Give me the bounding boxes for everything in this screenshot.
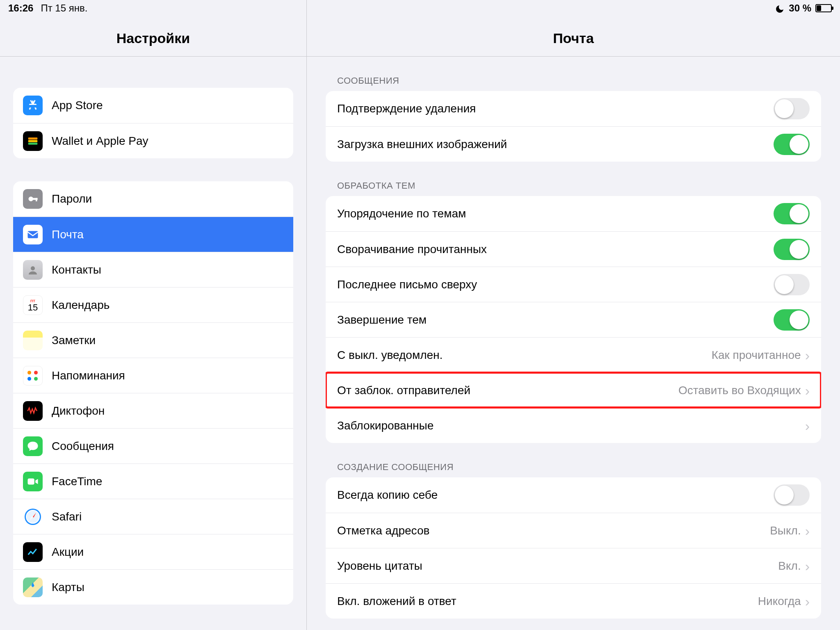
toggle-switch[interactable] [774,98,810,119]
voice-icon [23,401,43,421]
setting-row[interactable]: От заблок. отправителейОставить во Входя… [326,372,821,408]
settings-panel: Подтверждение удаленияЗагрузка внешних и… [326,91,821,162]
calendar-icon: ПТ15 [23,295,43,315]
setting-row[interactable]: Завершение тем [326,302,821,337]
sidebar-item-label: Контакты [52,263,101,276]
setting-row[interactable]: Подтверждение удаления [326,91,821,126]
chevron-right-icon: › [805,524,810,538]
sidebar-item-maps[interactable]: Карты [13,569,293,605]
setting-label: Сворачивание прочитанных [337,243,774,256]
setting-value: Выкл. [770,524,801,537]
toggle-switch[interactable] [774,309,810,331]
sidebar-item-label: App Store [52,99,103,112]
dnd-moon-icon [775,2,785,14]
svg-point-7 [31,266,35,270]
sidebar-item-stocks[interactable]: Акции [13,534,293,569]
setting-label: Отметка адресов [337,524,770,537]
settings-sidebar: Настройки App StoreWallet и Apple Pay Па… [0,0,307,630]
settings-panel: Упорядочение по темамСворачивание прочит… [326,196,821,443]
sidebar-item-reminders[interactable]: Напоминания [13,358,293,393]
maps-icon [23,578,43,597]
setting-label: От заблок. отправителей [337,384,678,397]
facetime-icon [23,472,43,491]
sidebar-item-safari[interactable]: Safari [13,499,293,534]
clock: 16:26 [8,2,33,14]
setting-row[interactable]: Последнее письмо сверху [326,267,821,302]
chevron-right-icon: › [805,383,810,397]
stocks-icon [23,542,43,562]
sidebar-item-label: Пароли [52,192,92,205]
setting-value: Как прочитанное [712,349,801,362]
setting-label: Последнее письмо сверху [337,278,774,291]
status-bar: 16:26 Пт 15 янв. 30 % [0,0,840,16]
sidebar-item-wallet[interactable]: Wallet и Apple Pay [13,123,293,158]
passwords-icon [23,189,43,209]
section-header: СООБЩЕНИЯ [337,75,821,86]
chevron-right-icon: › [805,348,810,362]
toggle-switch[interactable] [774,239,810,260]
setting-row[interactable]: Загрузка внешних изображений [326,126,821,162]
section-header: ОБРАБОТКА ТЕМ [337,180,821,191]
setting-row[interactable]: Упорядочение по темам [326,196,821,231]
svg-rect-6 [28,231,38,238]
sidebar-group-store: App StoreWallet и Apple Pay [13,88,293,158]
setting-label: Загрузка внешних изображений [337,138,774,151]
setting-value: Никогда [758,595,801,608]
setting-label: Всегда копию себе [337,488,774,502]
wallet-icon [23,131,43,151]
svg-rect-8 [28,478,34,484]
mail-icon [23,225,43,244]
sidebar-item-facetime[interactable]: FaceTime [13,463,293,499]
safari-icon [23,507,43,527]
date: Пт 15 янв. [41,2,87,14]
sidebar-item-label: Почта [52,228,84,241]
sidebar-item-contacts[interactable]: Контакты [13,252,293,287]
sidebar-item-label: Напоминания [52,369,125,382]
sidebar-item-calendar[interactable]: ПТ15Календарь [13,287,293,322]
setting-row[interactable]: Вкл. вложений в ответНикогда› [326,583,821,619]
settings-panel: Всегда копию себеОтметка адресовВыкл.›Ур… [326,477,821,619]
setting-label: Подтверждение удаления [337,102,774,115]
chevron-right-icon: › [805,419,810,433]
sidebar-item-notes[interactable]: Заметки [13,322,293,358]
toggle-switch[interactable] [774,203,810,224]
section-header: СОЗДАНИЕ СООБЩЕНИЯ [337,462,821,472]
setting-label: Вкл. вложений в ответ [337,595,758,608]
sidebar-item-voice[interactable]: Диктофон [13,393,293,428]
sidebar-item-label: Safari [52,510,82,523]
sidebar-item-appstore[interactable]: App Store [13,88,293,123]
setting-row[interactable]: Заблокированные› [326,408,821,443]
sidebar-item-label: Диктофон [52,404,105,418]
sidebar-item-label: Wallet и Apple Pay [52,135,148,148]
sidebar-item-label: Акции [52,546,84,559]
setting-label: Уровень цитаты [337,559,778,573]
svg-rect-1 [28,140,38,142]
contacts-icon [23,260,43,280]
setting-label: Упорядочение по темам [337,207,774,220]
setting-row[interactable]: С выкл. уведомлен.Как прочитанное› [326,337,821,372]
toggle-switch[interactable] [774,484,810,506]
svg-rect-0 [28,137,38,139]
setting-row[interactable]: Уровень цитатыВкл.› [326,548,821,583]
notes-icon [23,331,43,350]
sidebar-item-mail[interactable]: Почта [13,217,293,252]
sidebar-group-apps: ПаролиПочтаКонтактыПТ15КалендарьЗаметкиН… [13,181,293,605]
toggle-switch[interactable] [774,134,810,155]
setting-row[interactable]: Сворачивание прочитанных [326,231,821,267]
sidebar-item-passwords[interactable]: Пароли [13,181,293,217]
setting-value: Вкл. [778,559,801,573]
battery-percent: 30 % [789,2,811,14]
setting-row[interactable]: Всегда копию себе [326,477,821,513]
chevron-right-icon: › [805,559,810,573]
sidebar-item-messages[interactable]: Сообщения [13,428,293,463]
sidebar-item-label: Карты [52,581,84,594]
setting-value: Оставить во Входящих [678,384,801,397]
toggle-switch[interactable] [774,274,810,295]
setting-row[interactable]: Отметка адресовВыкл.› [326,513,821,548]
svg-rect-2 [28,142,38,144]
messages-icon [23,436,43,456]
chevron-right-icon: › [805,594,810,608]
svg-rect-5 [36,198,37,201]
setting-label: Заблокированные [337,419,805,432]
setting-label: Завершение тем [337,313,774,326]
